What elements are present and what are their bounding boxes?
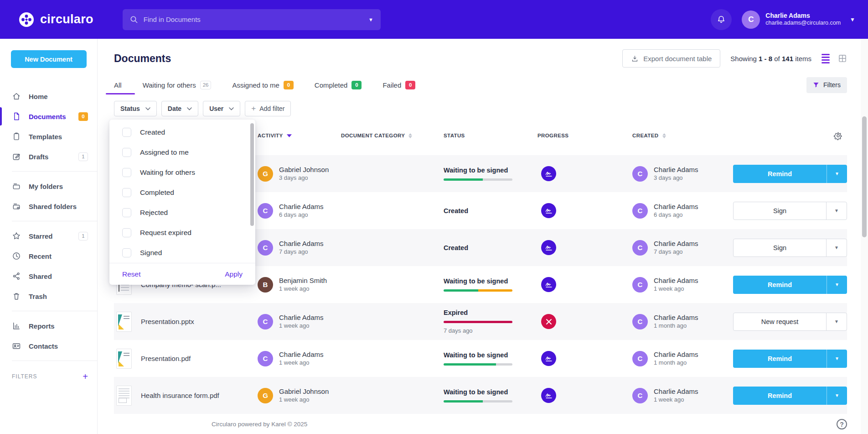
action-label[interactable]: Remind bbox=[733, 165, 827, 183]
add-saved-filter-button[interactable]: + bbox=[83, 372, 88, 381]
sidebar-item-label: Contacts bbox=[29, 342, 58, 350]
column-created[interactable]: CREATED bbox=[632, 133, 733, 138]
filter-chip-status[interactable]: Status bbox=[114, 101, 157, 116]
status-option-assigned-to-me[interactable]: Assigned to me bbox=[109, 142, 255, 162]
action-dropdown-caret[interactable]: ▼ bbox=[827, 165, 847, 183]
filter-chip-user[interactable]: User bbox=[203, 101, 240, 116]
checkbox-icon[interactable] bbox=[122, 148, 131, 157]
tab-waiting-for-others[interactable]: Waiting for others 26 bbox=[143, 75, 212, 94]
help-button[interactable]: ? bbox=[837, 419, 847, 429]
action-label[interactable]: Remind bbox=[733, 387, 827, 405]
table-settings-gear-icon[interactable] bbox=[733, 131, 847, 140]
status-option-waiting-for-others[interactable]: Waiting for others bbox=[109, 162, 255, 183]
checkbox-icon[interactable] bbox=[122, 128, 131, 137]
filter-chip-date[interactable]: Date bbox=[161, 101, 198, 116]
shared-folder-icon bbox=[12, 202, 21, 211]
row-action-button[interactable]: Remind▼ bbox=[733, 387, 847, 405]
chevron-down-icon bbox=[229, 107, 234, 110]
sidebar-item-home[interactable]: Home bbox=[0, 86, 97, 106]
row-action-button[interactable]: Remind▼ bbox=[733, 276, 847, 294]
action-label[interactable]: Remind bbox=[733, 350, 827, 368]
sidebar-item-documents[interactable]: Documents 0 bbox=[0, 106, 97, 126]
status-option-completed[interactable]: Completed bbox=[109, 183, 255, 203]
list-view-icon[interactable] bbox=[822, 54, 830, 63]
avatar: C bbox=[632, 351, 648, 366]
sidebar-item-reports[interactable]: Reports bbox=[0, 316, 97, 336]
column-progress[interactable]: PROGRESS bbox=[537, 133, 632, 138]
row-action-button[interactable]: Sign▼ bbox=[733, 239, 847, 257]
sidebar-item-drafts[interactable]: Drafts 1 bbox=[0, 146, 97, 167]
global-search[interactable]: ▼ bbox=[123, 9, 381, 30]
checkbox-icon[interactable] bbox=[122, 188, 131, 197]
sidebar-item-recent[interactable]: Recent bbox=[0, 246, 97, 266]
search-scope-caret-icon[interactable]: ▼ bbox=[368, 17, 373, 22]
sidebar-item-starred[interactable]: Starred 1 bbox=[0, 226, 97, 246]
action-dropdown-caret[interactable]: ▼ bbox=[826, 202, 847, 220]
user-menu[interactable]: C Charlie Adams charlie.adams@circularo.… bbox=[742, 10, 855, 29]
tab-assigned-to-me[interactable]: Assigned to me 0 bbox=[232, 75, 293, 94]
sidebar-item-shared[interactable]: Shared bbox=[0, 266, 97, 286]
action-label[interactable]: Sign bbox=[734, 239, 826, 256]
row-action-button[interactable]: Sign▼ bbox=[733, 202, 847, 220]
failed-progress-icon[interactable] bbox=[541, 314, 556, 329]
documents-count-badge: 0 bbox=[78, 112, 88, 121]
sidebar-item-trash[interactable]: Trash bbox=[0, 286, 97, 306]
action-dropdown-caret[interactable]: ▼ bbox=[827, 350, 847, 368]
status-option-signed[interactable]: Signed bbox=[109, 243, 255, 263]
table-row[interactable]: Presentation.pdf CCharlie Adams1 week ag… bbox=[114, 340, 847, 377]
signature-progress-icon[interactable] bbox=[541, 277, 556, 292]
signature-progress-icon[interactable] bbox=[541, 388, 556, 403]
signature-progress-icon[interactable] bbox=[541, 203, 556, 218]
tab-failed[interactable]: Failed 0 bbox=[382, 75, 415, 94]
action-label[interactable]: Sign bbox=[734, 202, 826, 220]
search-input[interactable] bbox=[144, 16, 365, 23]
status-option-rejected[interactable]: Rejected bbox=[109, 203, 255, 223]
table-row[interactable]: Health insurance form.pdf GGabriel Johns… bbox=[114, 377, 847, 414]
signature-progress-icon[interactable] bbox=[541, 166, 556, 181]
column-status[interactable]: STATUS bbox=[444, 133, 537, 138]
export-document-table-button[interactable]: Export document table bbox=[622, 49, 720, 68]
action-dropdown-caret[interactable]: ▼ bbox=[826, 313, 847, 330]
page-scrollbar[interactable] bbox=[861, 39, 868, 434]
row-action-button[interactable]: Remind▼ bbox=[733, 350, 847, 368]
created-time: 7 days ago bbox=[654, 249, 698, 256]
reset-button[interactable]: Reset bbox=[122, 270, 141, 278]
status-label: Waiting to be signed bbox=[444, 167, 537, 174]
sidebar-item-shared-folders[interactable]: Shared folders bbox=[0, 196, 97, 216]
dropdown-scrollbar[interactable] bbox=[250, 123, 254, 226]
status-option-created[interactable]: Created bbox=[109, 122, 255, 142]
tab-all[interactable]: All bbox=[114, 75, 122, 94]
sidebar-item-my-folders[interactable]: My folders bbox=[0, 176, 97, 196]
status-option-request-expired[interactable]: Request expired bbox=[109, 223, 255, 243]
row-action-button[interactable]: Remind▼ bbox=[733, 165, 847, 183]
action-dropdown-caret[interactable]: ▼ bbox=[826, 239, 847, 256]
checkbox-icon[interactable] bbox=[122, 248, 131, 257]
checkbox-icon[interactable] bbox=[122, 228, 131, 237]
status-label: Created bbox=[444, 244, 537, 251]
action-label[interactable]: Remind bbox=[733, 276, 827, 294]
filters-button[interactable]: Filters bbox=[806, 77, 847, 93]
page-scrollbar-thumb[interactable] bbox=[862, 116, 867, 237]
created-user: Charlie Adams bbox=[654, 350, 698, 358]
checkbox-icon[interactable] bbox=[122, 208, 131, 217]
checkbox-icon[interactable] bbox=[122, 168, 131, 177]
apply-button[interactable]: Apply bbox=[225, 270, 243, 278]
clock-icon bbox=[12, 251, 21, 261]
signature-progress-icon[interactable] bbox=[541, 351, 556, 366]
sidebar-item-contacts[interactable]: Contacts bbox=[0, 336, 97, 356]
table-row[interactable]: Presentation.pptx CCharlie Adams1 week a… bbox=[114, 303, 847, 340]
sidebar-item-templates[interactable]: Templates bbox=[0, 126, 97, 146]
action-dropdown-caret[interactable]: ▼ bbox=[827, 276, 847, 294]
row-action-button[interactable]: New request▼ bbox=[733, 313, 847, 331]
column-document-category[interactable]: DOCUMENT CATEGORY bbox=[341, 133, 444, 138]
grid-view-icon[interactable] bbox=[838, 54, 847, 63]
brand-logo[interactable]: circularo bbox=[18, 11, 93, 28]
tab-completed[interactable]: Completed 0 bbox=[315, 75, 362, 94]
action-label[interactable]: New request bbox=[734, 313, 826, 330]
add-filter-button[interactable]: + Add filter bbox=[245, 101, 291, 116]
column-activity[interactable]: ACTIVITY bbox=[258, 133, 341, 138]
new-document-button[interactable]: New Document bbox=[11, 50, 87, 68]
notifications-button[interactable] bbox=[711, 9, 732, 30]
action-dropdown-caret[interactable]: ▼ bbox=[827, 387, 847, 405]
signature-progress-icon[interactable] bbox=[541, 240, 556, 255]
